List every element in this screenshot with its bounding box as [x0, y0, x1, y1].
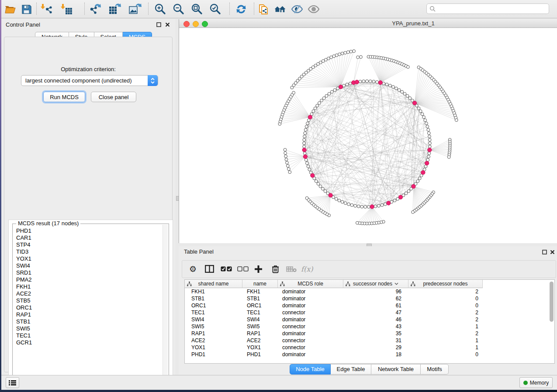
export-network-icon[interactable] — [89, 3, 102, 16]
zoom-in-icon[interactable] — [153, 3, 166, 16]
mcds-result-item[interactable]: ACE2 — [14, 290, 163, 297]
toolbar-separator — [148, 3, 149, 15]
cell-predecessor-nodes: 2 — [408, 316, 483, 323]
import-network-icon[interactable] — [40, 3, 53, 16]
column-header-predecessor-nodes[interactable]: predecessor nodes — [408, 280, 483, 288]
cell-successor-nodes: 46 — [343, 316, 408, 323]
mcds-result-item[interactable]: ORC1 — [14, 304, 163, 311]
mcds-result-item[interactable]: TID3 — [14, 248, 163, 255]
cell-shared-name: STB1 — [185, 295, 242, 302]
table-row[interactable]: RAP1RAP1dominator352 — [185, 330, 554, 337]
table-row[interactable]: YOX1YOX1connector291 — [185, 344, 554, 351]
column-header-MCDS-role[interactable]: MCDS role — [278, 280, 343, 288]
table-row[interactable]: TEC1TEC1connector472 — [185, 309, 554, 316]
refresh-icon[interactable] — [235, 3, 248, 16]
window-zoom-icon[interactable] — [202, 21, 208, 27]
mcds-result-list[interactable]: PHD1CAR1STP4TID3YOX1SWI4SRD1PMA2FKH1ACE2… — [14, 227, 163, 384]
table-options-gear-icon[interactable]: ⚙ — [189, 264, 197, 274]
show-columns-icon[interactable] — [205, 264, 214, 274]
column-header-shared-name[interactable]: shared name — [185, 280, 242, 288]
vertical-splitter[interactable] — [176, 19, 179, 375]
tab-motifs[interactable]: Motifs — [421, 364, 449, 375]
window-minimize-icon[interactable] — [193, 21, 199, 27]
cell-shared-name: YOX1 — [185, 344, 242, 351]
mcds-result-item[interactable]: YOX1 — [14, 255, 163, 262]
mcds-tab-content: Optimization criterion: largest connecte… — [4, 37, 173, 372]
tab-edge-table[interactable]: Edge Table — [331, 364, 371, 375]
cell-successor-nodes: 43 — [343, 323, 408, 330]
mcds-result-item[interactable]: PHD1 — [14, 227, 163, 234]
close-panel-icon[interactable] — [165, 22, 170, 28]
task-history-button[interactable] — [6, 377, 19, 388]
horizontal-splitter[interactable] — [179, 243, 557, 246]
mcds-result-item[interactable]: CAR1 — [14, 234, 163, 241]
network-view-canvas[interactable] — [179, 28, 557, 243]
mcds-result-item[interactable]: SRD1 — [14, 269, 163, 276]
close-panel-button[interactable]: Close panel — [91, 92, 136, 102]
table-row[interactable]: PHD1PHD1dominator180 — [185, 351, 554, 358]
zoom-out-icon[interactable] — [172, 3, 185, 16]
table-scrollbar[interactable] — [550, 282, 554, 322]
table-toolbar: ⚙ f(x) — [182, 260, 556, 278]
column-header-name[interactable]: name — [242, 280, 278, 288]
table-panel: Table Panel ⚙ — [179, 246, 557, 375]
mcds-result-item[interactable]: GCR1 — [14, 339, 163, 346]
delete-column-icon[interactable] — [272, 264, 279, 274]
close-panel-icon[interactable] — [550, 249, 555, 255]
mcds-list-scrollbar[interactable] — [163, 225, 168, 384]
network-window-titlebar[interactable]: YPA_prune.txt_1 — [179, 19, 557, 28]
zoom-selected-icon[interactable] — [208, 3, 221, 16]
table-row[interactable]: ACE2ACE2connector311 — [185, 337, 554, 344]
run-mcds-button[interactable]: Run MCDS — [43, 92, 85, 102]
mcds-result-item[interactable]: STB1 — [14, 318, 163, 325]
table-row[interactable]: FKH1FKH1dominator962 — [185, 288, 554, 295]
window-close-icon[interactable] — [183, 21, 190, 27]
open-file-icon[interactable] — [4, 3, 17, 16]
optimization-criterion-dropdown[interactable]: largest connected component (undirected) — [21, 75, 158, 86]
mcds-result-item[interactable]: RAP1 — [14, 311, 163, 318]
dropdown-stepper-icon — [148, 75, 158, 86]
mcds-result-item[interactable]: PMA2 — [14, 276, 163, 283]
mcds-result-item[interactable]: STB5 — [14, 297, 163, 304]
table-header-row: shared namenameMCDS rolesuccessor nodes … — [185, 280, 483, 288]
memory-status-icon — [523, 381, 528, 385]
cell-shared-name: FKH1 — [185, 288, 242, 295]
float-panel-icon[interactable] — [156, 22, 162, 28]
zoom-fit-icon[interactable] — [190, 3, 203, 16]
select-all-icon[interactable] — [221, 264, 232, 274]
control-panel-title: Control Panel — [6, 21, 40, 28]
cell-MCDS-role: connector — [278, 323, 343, 330]
cell-MCDS-role: dominator — [278, 288, 343, 295]
table-row[interactable]: ORC1ORC1dominator610 — [185, 302, 554, 309]
tab-node-table[interactable]: Node Table — [290, 364, 331, 375]
toolbar-separator — [254, 3, 254, 15]
node-table: shared namenameMCDS rolesuccessor nodes … — [184, 279, 555, 364]
network-home-icon[interactable] — [274, 3, 287, 16]
column-header-successor-nodes[interactable]: successor nodes — [343, 280, 408, 288]
export-table-icon[interactable] — [108, 3, 121, 16]
mcds-result-item[interactable]: STP4 — [14, 241, 163, 248]
mcds-result-item[interactable]: SWI4 — [14, 262, 163, 269]
table-row[interactable]: STB1STB1dominator620 — [185, 295, 554, 302]
add-column-icon[interactable] — [254, 264, 263, 274]
table-row[interactable]: SWI4SWI4dominator462 — [185, 316, 554, 323]
new-network-from-selection-icon[interactable] — [257, 3, 270, 16]
cell-successor-nodes: 29 — [343, 344, 408, 351]
tab-network-table[interactable]: Network Table — [371, 364, 421, 375]
save-session-icon[interactable] — [20, 3, 33, 16]
mcds-result-item[interactable]: FKH1 — [14, 283, 163, 290]
mcds-result-panel: MCDS result (17 nodes) PHD1CAR1STP4TID3Y… — [8, 220, 173, 389]
import-table-icon[interactable] — [60, 3, 73, 16]
float-panel-icon[interactable] — [542, 249, 547, 255]
cell-shared-name: ACE2 — [185, 337, 242, 344]
search-input[interactable] — [426, 3, 549, 14]
memory-button[interactable]: Memory — [519, 377, 553, 388]
deselect-all-icon[interactable] — [237, 264, 249, 274]
mcds-result-item[interactable]: SWI5 — [14, 325, 163, 332]
network-window: YPA_prune.txt_1 — [179, 19, 557, 243]
export-image-icon[interactable] — [128, 3, 142, 16]
hide-glasses-icon[interactable] — [291, 3, 304, 16]
table-row[interactable]: SWI5SWI5connector431 — [185, 323, 554, 330]
network-graph[interactable] — [179, 28, 557, 243]
mcds-result-item[interactable]: TEC1 — [14, 332, 163, 339]
